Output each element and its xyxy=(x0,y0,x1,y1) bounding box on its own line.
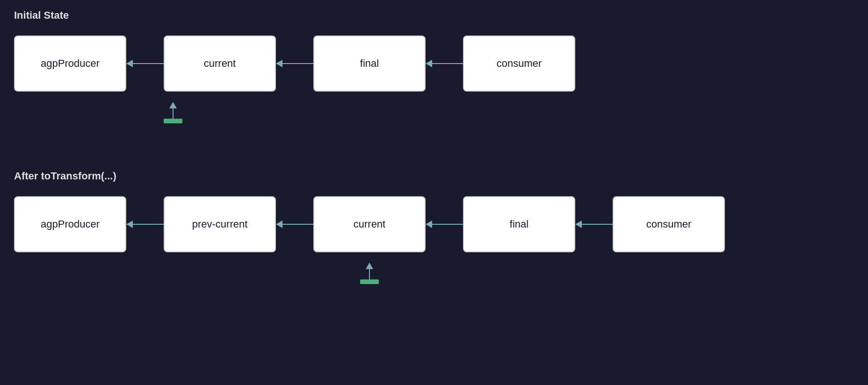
arrow-line-1-1 xyxy=(133,63,164,64)
arrow-head-2-2 xyxy=(276,221,282,228)
arrow-head-2-1 xyxy=(126,221,133,228)
arrow-line-2-4 xyxy=(582,224,613,225)
arrow-line-1-2 xyxy=(282,63,313,64)
pointer-2-arrow xyxy=(366,263,373,279)
node-prev-current-2: prev-current xyxy=(164,196,276,252)
pointer-2-base xyxy=(360,279,379,284)
node-consumer-2-label: consumer xyxy=(646,218,692,230)
arrow-head-1-2 xyxy=(276,60,282,67)
node-current-1-label: current xyxy=(204,57,236,70)
pointer-1 xyxy=(164,102,182,123)
pointer-2-line xyxy=(369,269,370,279)
node-final-2: final xyxy=(463,196,575,252)
arrow-line-2-2 xyxy=(282,224,313,225)
after-transform-row: agpProducer prev-current current xyxy=(14,196,854,252)
node-agpproducer-2-label: agpProducer xyxy=(41,218,100,230)
arrow-1-3 xyxy=(426,60,463,67)
pointer-2-container xyxy=(14,257,854,284)
node-final-1: final xyxy=(313,36,426,92)
after-transform-label: After toTransform(...) xyxy=(14,170,854,182)
node-agpproducer-1: agpProducer xyxy=(14,36,126,92)
initial-state-label: Initial State xyxy=(14,9,854,21)
pointer-1-container xyxy=(14,96,854,123)
pointer-1-base xyxy=(164,119,182,123)
arrow-line-2-3 xyxy=(432,224,463,225)
initial-state-diagram: agpProducer current final xyxy=(14,36,854,123)
arrow-line-2-1 xyxy=(133,224,164,225)
pointer-2-head xyxy=(366,263,373,269)
node-consumer-1: consumer xyxy=(463,36,575,92)
arrow-line-1-3 xyxy=(432,63,463,64)
arrow-head-1-1 xyxy=(126,60,133,67)
gap xyxy=(14,151,854,170)
pointer-1-line xyxy=(173,108,174,119)
pointer-2 xyxy=(360,263,379,284)
node-final-1-label: final xyxy=(360,57,379,70)
arrow-head-2-3 xyxy=(426,221,432,228)
initial-state-row: agpProducer current final xyxy=(14,36,854,92)
node-prev-current-2-label: prev-current xyxy=(192,218,248,230)
after-transform-diagram: agpProducer prev-current current xyxy=(14,196,854,284)
arrow-2-4 xyxy=(575,221,613,228)
arrow-1-2 xyxy=(276,60,313,67)
arrow-2-2 xyxy=(276,221,313,228)
node-agpproducer-2: agpProducer xyxy=(14,196,126,252)
arrow-2-3 xyxy=(426,221,463,228)
node-current-1: current xyxy=(164,36,276,92)
initial-state-section: Initial State agpProducer current xyxy=(14,9,854,123)
node-consumer-1-label: consumer xyxy=(497,57,542,70)
arrow-1-1 xyxy=(126,60,164,67)
node-current-2: current xyxy=(313,196,426,252)
pointer-1-head xyxy=(169,102,177,108)
pointer-1-arrow xyxy=(169,102,177,119)
after-transform-section: After toTransform(...) agpProducer prev-… xyxy=(14,170,854,284)
node-agpproducer-1-label: agpProducer xyxy=(41,57,100,70)
arrow-head-2-4 xyxy=(575,221,582,228)
arrow-2-1 xyxy=(126,221,164,228)
node-final-2-label: final xyxy=(510,218,528,230)
node-consumer-2: consumer xyxy=(613,196,725,252)
arrow-head-1-3 xyxy=(426,60,432,67)
node-current-2-label: current xyxy=(354,218,385,230)
